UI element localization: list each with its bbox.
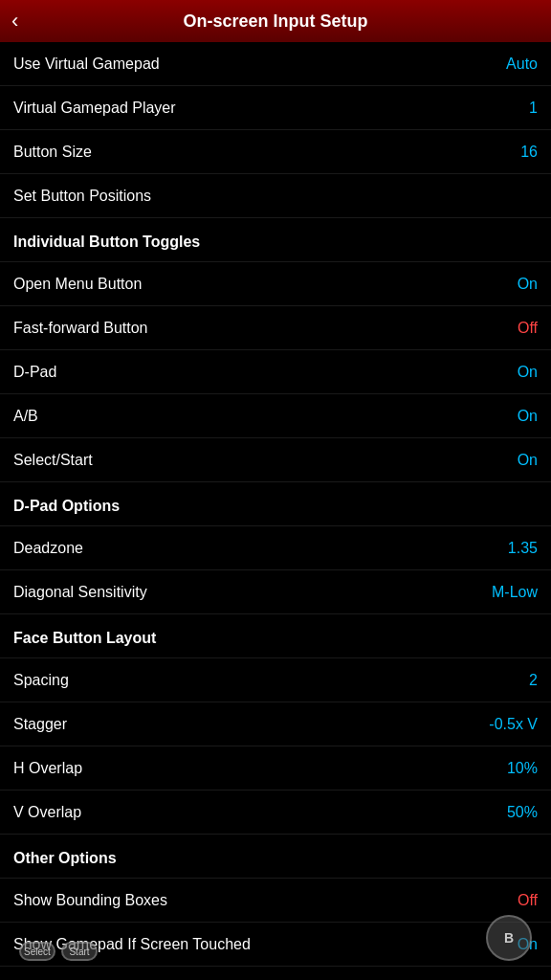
settings-row[interactable]: H Overlap10% bbox=[0, 746, 551, 791]
row-label: Fast-forward Button bbox=[13, 320, 148, 337]
settings-row[interactable]: A/BOn bbox=[0, 394, 551, 438]
settings-row[interactable]: Select/StartOn bbox=[0, 438, 551, 482]
row-value: M-Low bbox=[492, 584, 538, 601]
row-label: Stagger bbox=[13, 716, 67, 733]
row-value: -0.5x V bbox=[489, 716, 538, 733]
back-button[interactable]: ‹ bbox=[11, 9, 18, 33]
settings-row[interactable]: Fast-forward ButtonOff bbox=[0, 306, 551, 350]
row-value: 1.35 bbox=[508, 540, 538, 557]
settings-row[interactable]: Spacing2 bbox=[0, 658, 551, 702]
row-value: On bbox=[518, 452, 538, 469]
settings-row[interactable]: Diagonal SensitivityM-Low bbox=[0, 570, 551, 614]
settings-row[interactable]: Blend Amount50% bbox=[0, 967, 551, 980]
row-value: On bbox=[518, 408, 538, 425]
settings-row[interactable]: Button Size16 bbox=[0, 130, 551, 174]
section-header: Individual Button Toggles bbox=[0, 218, 551, 262]
row-label: D-Pad bbox=[13, 364, 56, 381]
row-value: 50% bbox=[507, 804, 538, 821]
settings-row[interactable]: Use Virtual GamepadAuto bbox=[0, 42, 551, 86]
section-label: Face Button Layout bbox=[13, 630, 156, 647]
row-value: 16 bbox=[520, 144, 538, 161]
row-label: Show Gamepad If Screen Touched bbox=[13, 936, 251, 953]
row-value: Auto bbox=[506, 56, 538, 73]
section-header: Other Options bbox=[0, 835, 551, 879]
row-label: Show Bounding Boxes bbox=[13, 892, 167, 909]
row-label: Spacing bbox=[13, 672, 69, 689]
section-label: Other Options bbox=[13, 850, 117, 867]
row-label: Virtual Gamepad Player bbox=[13, 100, 176, 117]
row-label: Use Virtual Gamepad bbox=[13, 56, 160, 73]
settings-row[interactable]: V Overlap50% bbox=[0, 791, 551, 835]
row-value: Off bbox=[518, 892, 538, 909]
settings-row[interactable]: Show Bounding BoxesOff bbox=[0, 879, 551, 923]
settings-row[interactable]: Stagger-0.5x V bbox=[0, 702, 551, 746]
settings-row[interactable]: Virtual Gamepad Player1 bbox=[0, 86, 551, 130]
section-header: D-Pad Options bbox=[0, 482, 551, 526]
row-value: 2 bbox=[529, 672, 538, 689]
row-value: On bbox=[518, 364, 538, 381]
row-value: 1 bbox=[529, 100, 538, 117]
settings-row[interactable]: Deadzone1.35 bbox=[0, 526, 551, 570]
settings-row[interactable]: Set Button Positions bbox=[0, 174, 551, 218]
row-label: Diagonal Sensitivity bbox=[13, 584, 147, 601]
row-label: Set Button Positions bbox=[13, 188, 151, 205]
settings-row[interactable]: Show Gamepad If Screen TouchedOn bbox=[0, 923, 551, 967]
row-value: On bbox=[518, 936, 538, 953]
section-header: Face Button Layout bbox=[0, 614, 551, 658]
row-value: On bbox=[518, 276, 538, 293]
row-label: Button Size bbox=[13, 144, 92, 161]
row-label: A/B bbox=[13, 408, 38, 425]
settings-row[interactable]: Open Menu ButtonOn bbox=[0, 262, 551, 306]
row-label: Open Menu Button bbox=[13, 276, 142, 293]
row-label: Select/Start bbox=[13, 452, 93, 469]
header: ‹ On-screen Input Setup bbox=[0, 0, 551, 42]
row-label: Deadzone bbox=[13, 540, 83, 557]
row-label: V Overlap bbox=[13, 804, 81, 821]
section-label: D-Pad Options bbox=[13, 498, 120, 515]
settings-row[interactable]: D-PadOn bbox=[0, 350, 551, 394]
row-value: 10% bbox=[507, 760, 538, 777]
row-label: H Overlap bbox=[13, 760, 82, 777]
page-title: On-screen Input Setup bbox=[11, 11, 540, 32]
row-value: Off bbox=[518, 320, 538, 337]
section-label: Individual Button Toggles bbox=[13, 234, 200, 251]
settings-list: Use Virtual GamepadAutoVirtual Gamepad P… bbox=[0, 42, 551, 980]
